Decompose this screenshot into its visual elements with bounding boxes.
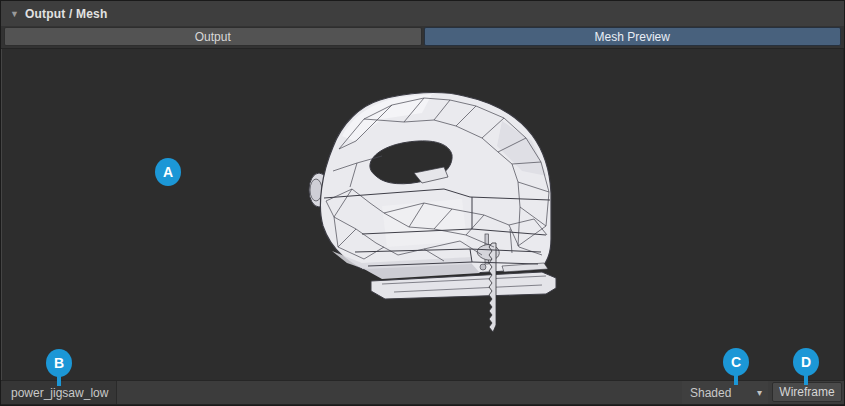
status-bar: power_jigsaw_low Shaded ▾ Wireframe (1, 380, 844, 404)
output-mesh-panel: ▼ Output / Mesh Output Mesh Preview (0, 0, 845, 406)
panel-title: Output / Mesh (25, 7, 108, 21)
tab-output[interactable]: Output (4, 27, 422, 46)
tab-bar: Output Mesh Preview (1, 26, 844, 49)
wireframe-toggle-button[interactable]: Wireframe (772, 382, 842, 402)
jigsaw-mesh-render (302, 86, 562, 348)
mesh-preview-viewport[interactable] (1, 49, 844, 380)
foldout-triangle-icon[interactable]: ▼ (10, 10, 19, 19)
panel-header[interactable]: ▼ Output / Mesh (1, 1, 844, 26)
mesh-name-label: power_jigsaw_low (1, 381, 117, 404)
status-bar-spacer (117, 381, 682, 404)
display-mode-value: Shaded (690, 386, 757, 400)
dropdown-arrow-icon: ▾ (757, 387, 762, 398)
display-mode-dropdown[interactable]: Shaded ▾ (682, 381, 768, 404)
tab-mesh-preview[interactable]: Mesh Preview (424, 27, 842, 46)
